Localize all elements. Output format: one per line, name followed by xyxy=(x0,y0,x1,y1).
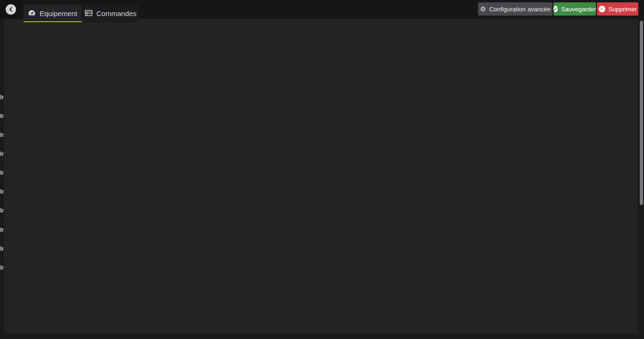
save-label: Sauvegarder xyxy=(561,6,596,13)
gears-icon: ⚙ xyxy=(480,6,486,12)
teleinfo-config-page: Equipement Commandes ⚙ Configuration ava… xyxy=(0,0,644,339)
check-circle-icon: ✓ xyxy=(553,6,558,12)
advanced-config-label: Configuration avancée xyxy=(489,6,551,13)
vertical-scrollbar[interactable] xyxy=(640,21,643,205)
table-icon xyxy=(85,9,92,17)
gauge-icon xyxy=(28,9,36,17)
advanced-config-button[interactable]: ⚙ Configuration avancée xyxy=(478,2,553,16)
minus-circle-icon: − xyxy=(599,6,605,12)
tab-commandes[interactable]: Commandes xyxy=(83,5,138,22)
top-bar: Equipement Commandes ⚙ Configuration ava… xyxy=(0,0,644,19)
tab-equipement[interactable]: Equipement xyxy=(24,5,82,22)
back-button[interactable] xyxy=(0,0,22,19)
delete-equipment-button[interactable]: − Supprimer xyxy=(597,2,638,16)
active-tab-underline xyxy=(24,21,82,22)
tab-equipement-label: Equipement xyxy=(40,9,77,17)
main-panel xyxy=(4,19,638,334)
delete-label: Supprimer xyxy=(609,6,637,13)
back-arrow-icon xyxy=(6,4,16,15)
tab-commandes-label: Commandes xyxy=(96,9,136,17)
save-button[interactable]: ✓ Sauvegarder xyxy=(553,2,596,16)
